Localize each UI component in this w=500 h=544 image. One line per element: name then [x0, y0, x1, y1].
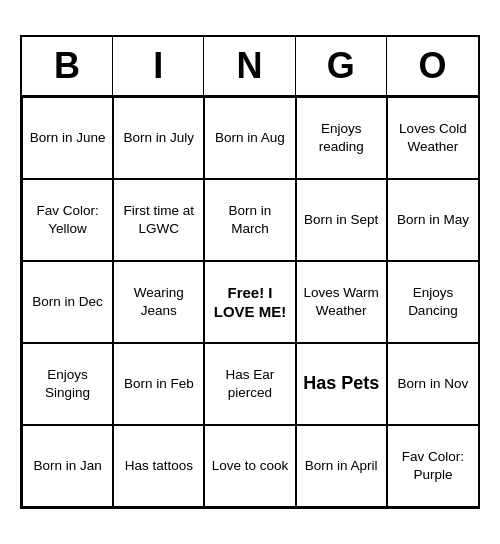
bingo-cell: Born in April: [296, 425, 387, 507]
bingo-cell: Born in Feb: [113, 343, 204, 425]
bingo-cell: Born in June: [22, 97, 113, 179]
bingo-card: BINGO Born in JuneBorn in JulyBorn in Au…: [20, 35, 480, 509]
bingo-cell: Free! I LOVE ME!: [204, 261, 295, 343]
bingo-cell: Born in Dec: [22, 261, 113, 343]
bingo-header-letter: N: [204, 37, 295, 95]
bingo-cell: Loves Cold Weather: [387, 97, 478, 179]
bingo-cell: Love to cook: [204, 425, 295, 507]
bingo-grid: Born in JuneBorn in JulyBorn in AugEnjoy…: [22, 97, 478, 507]
bingo-header-letter: B: [22, 37, 113, 95]
bingo-cell: Wearing Jeans: [113, 261, 204, 343]
bingo-header: BINGO: [22, 37, 478, 97]
bingo-cell: Enjoys Dancing: [387, 261, 478, 343]
bingo-cell: Fav Color: Yellow: [22, 179, 113, 261]
bingo-cell: First time at LGWC: [113, 179, 204, 261]
bingo-header-letter: O: [387, 37, 478, 95]
bingo-cell: Born in July: [113, 97, 204, 179]
bingo-cell: Born in May: [387, 179, 478, 261]
bingo-cell: Fav Color: Purple: [387, 425, 478, 507]
bingo-cell: Born in Sept: [296, 179, 387, 261]
bingo-cell: Enjoys Singing: [22, 343, 113, 425]
bingo-header-letter: G: [296, 37, 387, 95]
bingo-cell: Has Pets: [296, 343, 387, 425]
bingo-cell: Has tattoos: [113, 425, 204, 507]
bingo-cell: Born in Nov: [387, 343, 478, 425]
bingo-cell: Enjoys reading: [296, 97, 387, 179]
bingo-cell: Born in March: [204, 179, 295, 261]
bingo-cell: Born in Jan: [22, 425, 113, 507]
bingo-cell: Has Ear pierced: [204, 343, 295, 425]
bingo-cell: Loves Warm Weather: [296, 261, 387, 343]
bingo-cell: Born in Aug: [204, 97, 295, 179]
bingo-header-letter: I: [113, 37, 204, 95]
